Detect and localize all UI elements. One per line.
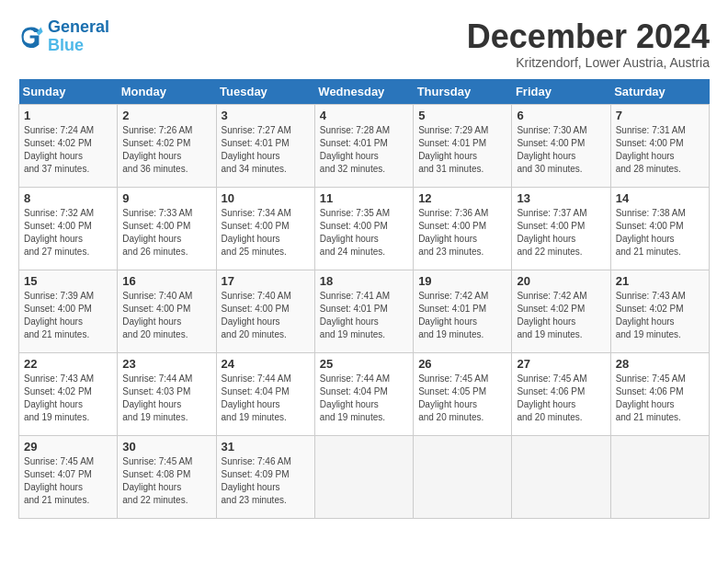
day-cell: 10 Sunrise: 7:34 AM Sunset: 4:00 PM Dayl… [216,187,314,270]
day-cell [414,435,512,518]
day-cell: 18 Sunrise: 7:41 AM Sunset: 4:01 PM Dayl… [314,270,413,352]
day-info: Sunrise: 7:27 AM Sunset: 4:01 PM Dayligh… [222,124,310,176]
day-cell: 24 Sunrise: 7:44 AM Sunset: 4:04 PM Dayl… [216,352,314,435]
day-number: 5 [418,109,506,122]
week-row-2: 8 Sunrise: 7:32 AM Sunset: 4:00 PM Dayli… [19,187,710,270]
column-header-friday: Friday [512,79,610,105]
day-cell: 16 Sunrise: 7:40 AM Sunset: 4:00 PM Dayl… [118,270,216,352]
day-info: Sunrise: 7:43 AM Sunset: 4:02 PM Dayligh… [616,290,704,341]
day-number: 9 [122,191,210,205]
day-info: Sunrise: 7:39 AM Sunset: 4:00 PM Dayligh… [24,290,112,341]
day-cell: 15 Sunrise: 7:39 AM Sunset: 4:00 PM Dayl… [19,270,118,352]
day-info: Sunrise: 7:42 AM Sunset: 4:02 PM Dayligh… [517,290,605,341]
day-number: 8 [24,191,112,205]
column-header-tuesday: Tuesday [216,79,314,105]
day-cell: 3 Sunrise: 7:27 AM Sunset: 4:01 PM Dayli… [216,104,314,187]
day-number: 25 [320,357,408,371]
logo-icon [18,24,44,50]
day-cell [314,435,413,518]
month-title: December 2024 [467,18,710,55]
day-info: Sunrise: 7:37 AM Sunset: 4:00 PM Dayligh… [517,207,605,259]
day-cell [610,435,709,518]
day-number: 29 [24,440,112,454]
day-info: Sunrise: 7:38 AM Sunset: 4:00 PM Dayligh… [616,207,704,259]
day-cell: 17 Sunrise: 7:40 AM Sunset: 4:00 PM Dayl… [216,270,314,352]
day-number: 18 [320,274,408,288]
day-cell: 6 Sunrise: 7:30 AM Sunset: 4:00 PM Dayli… [512,104,610,187]
column-header-monday: Monday [118,79,216,105]
day-info: Sunrise: 7:43 AM Sunset: 4:02 PM Dayligh… [24,373,112,424]
day-number: 4 [320,109,408,122]
day-cell: 25 Sunrise: 7:44 AM Sunset: 4:04 PM Dayl… [314,352,413,435]
day-info: Sunrise: 7:44 AM Sunset: 4:04 PM Dayligh… [222,373,310,424]
day-info: Sunrise: 7:31 AM Sunset: 4:00 PM Dayligh… [616,124,704,176]
day-number: 13 [517,191,605,205]
day-info: Sunrise: 7:30 AM Sunset: 4:00 PM Dayligh… [517,124,605,176]
day-number: 20 [517,274,605,288]
week-row-3: 15 Sunrise: 7:39 AM Sunset: 4:00 PM Dayl… [19,270,710,352]
day-cell: 23 Sunrise: 7:44 AM Sunset: 4:03 PM Dayl… [118,352,216,435]
week-row-4: 22 Sunrise: 7:43 AM Sunset: 4:02 PM Dayl… [19,352,710,435]
location-subtitle: Kritzendorf, Lower Austria, Austria [467,55,710,70]
day-info: Sunrise: 7:28 AM Sunset: 4:01 PM Dayligh… [320,124,408,176]
day-cell: 28 Sunrise: 7:45 AM Sunset: 4:06 PM Dayl… [610,352,709,435]
week-row-1: 1 Sunrise: 7:24 AM Sunset: 4:02 PM Dayli… [19,104,710,187]
day-info: Sunrise: 7:40 AM Sunset: 4:00 PM Dayligh… [222,290,310,341]
day-cell: 12 Sunrise: 7:36 AM Sunset: 4:00 PM Dayl… [414,187,512,270]
day-number: 2 [122,109,210,122]
day-info: Sunrise: 7:24 AM Sunset: 4:02 PM Dayligh… [24,124,112,176]
day-info: Sunrise: 7:33 AM Sunset: 4:00 PM Dayligh… [122,207,210,259]
logo-text: General Blue [48,18,109,55]
day-number: 30 [122,440,210,454]
day-cell: 2 Sunrise: 7:26 AM Sunset: 4:02 PM Dayli… [118,104,216,187]
day-number: 26 [418,357,506,371]
day-number: 15 [24,274,112,288]
day-cell: 1 Sunrise: 7:24 AM Sunset: 4:02 PM Dayli… [19,104,118,187]
calendar-table: SundayMondayTuesdayWednesdayThursdayFrid… [18,79,710,519]
day-number: 19 [418,274,506,288]
day-info: Sunrise: 7:36 AM Sunset: 4:00 PM Dayligh… [418,207,506,259]
day-cell: 26 Sunrise: 7:45 AM Sunset: 4:05 PM Dayl… [414,352,512,435]
day-number: 7 [616,109,704,122]
day-number: 27 [517,357,605,371]
day-number: 1 [24,109,112,122]
title-block: December 2024 Kritzendorf, Lower Austria… [467,18,710,70]
day-cell: 8 Sunrise: 7:32 AM Sunset: 4:00 PM Dayli… [19,187,118,270]
day-number: 31 [222,440,310,454]
column-header-thursday: Thursday [414,79,512,105]
day-number: 3 [222,109,310,122]
day-cell: 14 Sunrise: 7:38 AM Sunset: 4:00 PM Dayl… [610,187,709,270]
day-number: 11 [320,191,408,205]
day-cell: 13 Sunrise: 7:37 AM Sunset: 4:00 PM Dayl… [512,187,610,270]
column-header-wednesday: Wednesday [314,79,413,105]
day-cell: 4 Sunrise: 7:28 AM Sunset: 4:01 PM Dayli… [314,104,413,187]
day-number: 28 [616,357,704,371]
day-number: 17 [222,274,310,288]
day-cell: 21 Sunrise: 7:43 AM Sunset: 4:02 PM Dayl… [610,270,709,352]
day-info: Sunrise: 7:32 AM Sunset: 4:00 PM Dayligh… [24,207,112,259]
day-info: Sunrise: 7:26 AM Sunset: 4:02 PM Dayligh… [122,124,210,176]
day-info: Sunrise: 7:44 AM Sunset: 4:04 PM Dayligh… [320,373,408,424]
day-info: Sunrise: 7:45 AM Sunset: 4:06 PM Dayligh… [517,373,605,424]
day-number: 12 [418,191,506,205]
day-cell: 31 Sunrise: 7:46 AM Sunset: 4:09 PM Dayl… [216,435,314,518]
day-number: 24 [222,357,310,371]
day-number: 16 [122,274,210,288]
day-number: 21 [616,274,704,288]
day-cell: 9 Sunrise: 7:33 AM Sunset: 4:00 PM Dayli… [118,187,216,270]
page-header: General Blue December 2024 Kritzendorf, … [18,18,710,70]
day-cell: 19 Sunrise: 7:42 AM Sunset: 4:01 PM Dayl… [414,270,512,352]
day-cell [512,435,610,518]
day-info: Sunrise: 7:45 AM Sunset: 4:05 PM Dayligh… [418,373,506,424]
day-info: Sunrise: 7:35 AM Sunset: 4:00 PM Dayligh… [320,207,408,259]
day-cell: 27 Sunrise: 7:45 AM Sunset: 4:06 PM Dayl… [512,352,610,435]
day-info: Sunrise: 7:44 AM Sunset: 4:03 PM Dayligh… [122,373,210,424]
column-header-sunday: Sunday [19,79,118,105]
day-info: Sunrise: 7:45 AM Sunset: 4:06 PM Dayligh… [616,373,704,424]
day-info: Sunrise: 7:29 AM Sunset: 4:01 PM Dayligh… [418,124,506,176]
day-number: 10 [222,191,310,205]
day-info: Sunrise: 7:42 AM Sunset: 4:01 PM Dayligh… [418,290,506,341]
day-cell: 22 Sunrise: 7:43 AM Sunset: 4:02 PM Dayl… [19,352,118,435]
day-info: Sunrise: 7:34 AM Sunset: 4:00 PM Dayligh… [222,207,310,259]
day-info: Sunrise: 7:40 AM Sunset: 4:00 PM Dayligh… [122,290,210,341]
